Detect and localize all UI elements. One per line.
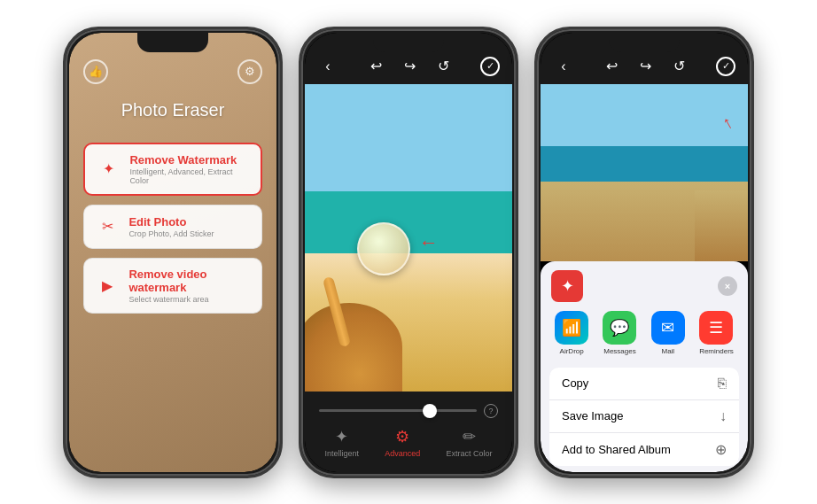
intelligent-tab[interactable]: ✦ Intelligent — [325, 427, 360, 458]
photo-bottom-element — [695, 190, 748, 261]
mail-label: Mail — [661, 347, 674, 355]
phone3-photo-area: ↑ — [541, 84, 748, 261]
edit-photo-text: Edit Photo Crop Photo, Add Sticker — [128, 215, 250, 238]
phone1-screen: 👍 ⚙ Photo Eraser ✦ Remove Watermark Inte… — [69, 33, 276, 472]
beach-image: ← — [305, 84, 512, 392]
slider-thumb — [423, 404, 437, 418]
remove-watermark-text: Remove Watermark Intelligent, Advanced, … — [129, 153, 249, 185]
remove-video-item[interactable]: ▶ Remove video watermark Select watermar… — [83, 258, 261, 314]
messages-icon: 💬 — [603, 311, 636, 345]
add-shared-album-label: Add to Shared Album — [562, 443, 671, 456]
phone3-undo-icon[interactable]: ↩ — [601, 56, 622, 77]
close-share-button[interactable]: × — [718, 276, 737, 296]
app-title: Photo Eraser — [121, 100, 225, 120]
share-actions: Copy ⎘ Save Image ↓ Add to Shared Album … — [549, 368, 739, 466]
undo-icon[interactable]: ↩ — [365, 56, 386, 77]
notch-3 — [609, 33, 680, 52]
save-icon: ↓ — [720, 408, 727, 424]
edit-photo-title: Edit Photo — [128, 215, 250, 229]
copy-icon: ⎘ — [718, 376, 727, 392]
phone3-screen: ‹ ↩ ↪ ↺ ✓ ↑ ✦ × 📶 — [541, 33, 748, 472]
mail-icon: ✉ — [651, 311, 685, 345]
share-sheet: ✦ × 📶 AirDrop 💬 Messages ✉ Mail — [541, 261, 748, 472]
share-header: ✦ × — [541, 261, 748, 307]
bottom-controls: ? ✦ Intelligent ⚙ Advanced ✏ Extract Col… — [305, 392, 512, 472]
airdrop-label: AirDrop — [560, 347, 584, 355]
extract-color-label: Extract Color — [446, 449, 492, 458]
back-icon[interactable]: ‹ — [317, 56, 338, 77]
copy-label: Copy — [562, 376, 588, 390]
phone3-back-icon[interactable]: ‹ — [553, 56, 574, 77]
thumbs-up-icon[interactable]: 👍 — [83, 59, 108, 84]
extract-color-tab[interactable]: ✏ Extract Color — [446, 427, 492, 458]
scissors-icon: ✂ — [95, 214, 120, 239]
notch-2 — [373, 33, 444, 52]
phone2-top-icons: ↩ ↪ ↺ — [365, 56, 454, 77]
phone3-redo-icon[interactable]: ↪ — [634, 56, 656, 77]
reminders-label: Reminders — [699, 347, 734, 355]
notch-1 — [137, 33, 208, 52]
add-shared-album-action[interactable]: Add to Shared Album ⊕ — [549, 433, 739, 466]
reminders-app[interactable]: ☰ Reminders — [699, 311, 734, 355]
video-icon: ▶ — [95, 273, 120, 298]
save-image-action[interactable]: Save Image ↓ — [549, 400, 739, 433]
share-apps-row: 📶 AirDrop 💬 Messages ✉ Mail ☰ Reminders — [541, 307, 748, 362]
airdrop-icon: 📶 — [555, 311, 588, 345]
advanced-icon: ⚙ — [395, 427, 409, 446]
remove-video-text: Remove video watermark Select watermark … — [128, 268, 250, 304]
messages-label: Messages — [603, 347, 635, 355]
copy-action[interactable]: Copy ⎘ — [549, 368, 739, 400]
app-share-icon: ✦ — [551, 270, 583, 302]
red-arrow-left: ← — [419, 231, 439, 254]
remove-video-subtitle: Select watermark area — [128, 295, 250, 304]
slider-row: ? — [305, 400, 512, 425]
remove-watermark-item[interactable]: ✦ Remove Watermark Intelligent, Advanced… — [83, 143, 261, 196]
help-icon[interactable]: ? — [484, 404, 498, 418]
brush-size-slider[interactable] — [319, 409, 477, 412]
edit-photo-subtitle: Crop Photo, Add Sticker — [128, 229, 250, 238]
sand-mound — [305, 303, 402, 392]
advanced-label: Advanced — [385, 449, 420, 458]
red-arrow-up: ↑ — [719, 112, 736, 134]
tool-tabs: ✦ Intelligent ⚙ Advanced ✏ Extract Color — [305, 425, 512, 458]
reminders-icon: ☰ — [699, 311, 733, 345]
phone3-check-button[interactable]: ✓ — [716, 57, 735, 76]
advanced-tab[interactable]: ⚙ Advanced — [385, 427, 420, 458]
magnifier-circle — [357, 222, 410, 275]
save-image-label: Save Image — [562, 409, 623, 423]
messages-app[interactable]: 💬 Messages — [603, 311, 636, 355]
remove-video-title: Remove video watermark — [128, 268, 250, 294]
phone2-screen: ‹ ↩ ↪ ↺ ✓ ← — [305, 33, 512, 472]
phone3-top-icons: ↩ ↪ ↺ — [601, 56, 689, 77]
redo-icon[interactable]: ↪ — [399, 56, 420, 77]
mail-app[interactable]: ✉ Mail — [651, 311, 685, 355]
remove-watermark-subtitle: Intelligent, Advanced, Extract Color — [129, 167, 249, 185]
photo-editing-area: ← — [305, 84, 512, 392]
check-button[interactable]: ✓ — [480, 57, 500, 76]
phone-1: 👍 ⚙ Photo Eraser ✦ Remove Watermark Inte… — [63, 27, 283, 478]
phone-2: ‹ ↩ ↪ ↺ ✓ ← — [299, 27, 518, 478]
wand-icon: ✦ — [96, 157, 121, 182]
airdrop-app[interactable]: 📶 AirDrop — [555, 311, 588, 355]
refresh-icon[interactable]: ↺ — [432, 56, 454, 77]
intelligent-icon: ✦ — [335, 427, 348, 446]
extract-color-icon: ✏ — [463, 427, 476, 446]
remove-watermark-title: Remove Watermark — [129, 153, 249, 167]
intelligent-label: Intelligent — [325, 449, 360, 458]
phone3-refresh-icon[interactable]: ↺ — [668, 56, 689, 77]
phone-3: ‹ ↩ ↪ ↺ ✓ ↑ ✦ × 📶 — [534, 27, 754, 478]
settings-icon[interactable]: ⚙ — [237, 59, 262, 84]
edit-photo-item[interactable]: ✂ Edit Photo Crop Photo, Add Sticker — [83, 205, 261, 249]
album-icon: ⊕ — [715, 441, 727, 458]
